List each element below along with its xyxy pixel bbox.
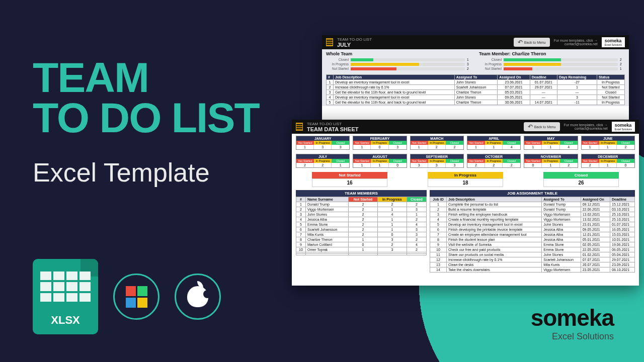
month-card: OCTOBER Not StartedIn ProgressClosed 222 <box>467 154 521 168</box>
table-row[interactable]: 13Clean the desksMila Kunis20.07.202123.… <box>430 262 635 267</box>
spiral-icon <box>326 38 333 46</box>
table-row[interactable]: 7Mila Kunis203 <box>296 232 427 237</box>
contact-email: contact@someka.net <box>564 127 608 130</box>
shot-header: TEAM TO-DO LIST TEAM DATA SHEET ↶ Back t… <box>292 120 639 134</box>
job-assignment-table: JOB ASSIGNMENT TABLE Job IDJob Descripti… <box>430 190 635 273</box>
table-row[interactable]: 4Jessica Alba212 <box>296 217 427 222</box>
table-row[interactable]: 5Get the elevator to the 11th floor, and… <box>327 100 625 105</box>
page-title: TEAM DATA SHEET <box>307 126 520 132</box>
month-card: JUNE Not StartedIn ProgressClosed 112 <box>581 136 635 150</box>
more-templates-link[interactable]: For more templates, click → <box>554 39 598 42</box>
table-row[interactable]: 3Get the elevator to the 11th floor, and… <box>327 90 625 95</box>
table-row[interactable]: 3John Stones241 <box>296 212 427 217</box>
hero-subtitle: Excel Template <box>33 157 259 188</box>
month-card: FEBRUARY Not StartedIn ProgressClosed 10… <box>353 136 407 150</box>
table-row[interactable]: 2Viggo Mortensen213 <box>296 207 427 212</box>
table-row[interactable]: 2Build a resume templateDonald Trump22.0… <box>430 207 635 212</box>
selected-member[interactable]: Charlize Theron <box>512 51 546 56</box>
table-row[interactable]: 9Visit the website of SomekaEmma Stone02… <box>430 242 635 247</box>
xlsx-label: XLSX <box>33 314 98 327</box>
table-row[interactable]: 6Scarlett Johansson213 <box>296 227 427 232</box>
month-card: JULY Not StartedIn ProgressClosed 221 <box>296 154 350 168</box>
table-row[interactable]: 5Emma Stone214 <box>296 222 427 227</box>
more-templates-link[interactable]: For more templates, click → <box>564 123 608 127</box>
someka-mini-logo: somekaExcel Solutions <box>612 122 635 132</box>
someka-brand: someka Excel Solutions <box>531 304 614 342</box>
xlsx-file-icon: XLSX <box>33 259 98 334</box>
brand-tagline: Excel Solutions <box>531 331 614 342</box>
page-title: JULY <box>337 42 510 48</box>
table-row[interactable]: 4Develop an inventory management tool in… <box>327 95 625 100</box>
hero-block: TEAM TO DO LIST Excel Template <box>33 58 259 188</box>
contact-email: contact@someka.net <box>554 42 598 46</box>
table-row[interactable]: 8Charlize Theron132 <box>296 237 427 242</box>
table-row[interactable]: 1Donald Trump222 <box>296 202 427 207</box>
table-row[interactable]: 7Create an employee attendance managemen… <box>430 232 635 237</box>
screenshot-monthly: TEAM TO-DO LIST JULY ↶ Back to Menu For … <box>322 35 629 126</box>
table-row[interactable]: 6Finish developing the printable invoice… <box>430 227 635 232</box>
breadcrumb: TEAM TO-DO LIST <box>307 122 520 126</box>
breadcrumb: TEAM TO-DO LIST <box>337 37 510 42</box>
table-row[interactable]: 10Omer Toprak132 <box>296 247 427 252</box>
table-row[interactable]: 9Marion Cotillard024 <box>296 242 427 247</box>
month-card: AUGUST Not StartedIn ProgressClosed 110 <box>353 154 407 168</box>
hero-title-line2: TO DO LIST <box>33 98 259 138</box>
screenshot-team-data: TEAM TO-DO LIST TEAM DATA SHEET ↶ Back t… <box>292 120 639 286</box>
table-row[interactable]: 1Develop an inventory management tool in… <box>327 80 625 85</box>
monthly-jobs-table: #Job DescriptionAssigned ToAssigned OnDe… <box>326 74 625 105</box>
table-row[interactable]: 1Complete the personal to-do listDonald … <box>430 202 635 207</box>
someka-mini-logo: somekaExcel Solutions <box>602 37 625 47</box>
month-card: SEPTEMBER Not StartedIn ProgressClosed 3… <box>410 154 464 168</box>
whole-team-label: Whole Team <box>326 51 472 56</box>
team-members-table: TEAM MEMBERS #Name SurnameNot StartedIn … <box>296 190 427 255</box>
table-row[interactable]: 2Increase clickthrough rate by 0.1%Scarl… <box>327 85 625 90</box>
windows-icon <box>113 274 159 320</box>
table-row[interactable]: 4Create a financial monthly reporting te… <box>430 217 635 222</box>
spiral-icon <box>296 123 303 131</box>
hero-title-line1: TEAM <box>33 58 259 98</box>
back-to-menu-button[interactable]: ↶ Back to Menu <box>524 122 560 131</box>
back-to-menu-button[interactable]: ↶ Back to Menu <box>514 38 550 47</box>
table-row[interactable]: 8Finish the student lesson planJessica A… <box>430 237 635 242</box>
table-row[interactable] <box>296 254 427 255</box>
table-row[interactable]: 3Finish writing the employee handbookVig… <box>430 212 635 217</box>
month-card: NOVEMBER Not StartedIn ProgressClosed 01… <box>524 154 578 168</box>
table-row[interactable]: 11Share our products on social mediaJohn… <box>430 252 635 257</box>
back-arrow-icon: ↶ <box>518 39 523 46</box>
apple-icon <box>175 274 221 320</box>
table-row[interactable]: 14Take the chairs downstairsViggo Morten… <box>430 267 635 273</box>
month-card: MARCH Not StartedIn ProgressClosed 122 <box>410 136 464 150</box>
month-card: MAY Not StartedIn ProgressClosed 114 <box>524 136 578 150</box>
brand-name: someka <box>531 304 614 331</box>
month-card: JANUARY Not StartedIn ProgressClosed 133 <box>296 136 350 150</box>
month-card: APRIL Not StartedIn ProgressClosed 114 <box>467 136 521 150</box>
table-row[interactable]: 10Check our free and paid productsEmma S… <box>430 247 635 252</box>
shot-header: TEAM TO-DO LIST JULY ↶ Back to Menu For … <box>322 35 629 49</box>
table-row[interactable]: 5Develop an inventory management tool in… <box>430 222 635 227</box>
table-row[interactable]: 12Increase clickthrough rate by 0.1%Scar… <box>430 257 635 262</box>
month-card: DECEMBER Not StartedIn ProgressClosed 21… <box>581 154 635 168</box>
back-arrow-icon: ↶ <box>528 123 533 130</box>
platform-icons-row: XLSX <box>33 259 221 334</box>
